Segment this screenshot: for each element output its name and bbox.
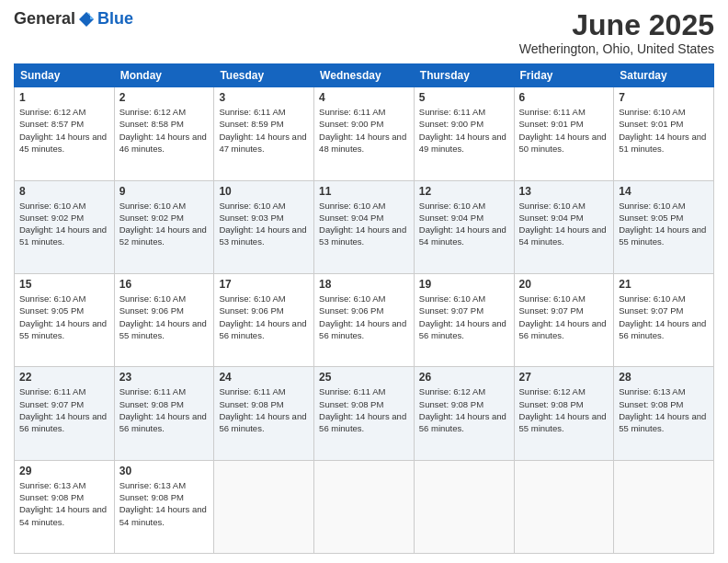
- calendar-table: SundayMondayTuesdayWednesdayThursdayFrid…: [14, 63, 714, 554]
- logo-icon: [77, 10, 96, 29]
- day-info: Sunrise: 6:13 AMSunset: 9:08 PMDaylight:…: [619, 385, 709, 434]
- calendar-day-cell: 20Sunrise: 6:10 AMSunset: 9:07 PMDayligh…: [514, 273, 614, 366]
- day-info: Sunrise: 6:10 AMSunset: 9:06 PMDaylight:…: [219, 293, 309, 341]
- day-info: Sunrise: 6:11 AMSunset: 9:00 PMDaylight:…: [419, 106, 509, 155]
- calendar-day-cell: 19Sunrise: 6:10 AMSunset: 9:07 PMDayligh…: [414, 273, 514, 366]
- day-number: 6: [519, 91, 609, 104]
- day-number: 23: [119, 371, 210, 384]
- day-number: 2: [119, 91, 210, 104]
- calendar-day-cell: 27Sunrise: 6:12 AMSunset: 9:08 PMDayligh…: [514, 367, 614, 460]
- calendar-day-cell: 9Sunrise: 6:10 AMSunset: 9:02 PMDaylight…: [114, 180, 214, 273]
- title-block: June 2025 Wetherington, Ohio, United Sta…: [519, 9, 714, 56]
- day-number: 14: [619, 185, 709, 198]
- day-info: Sunrise: 6:13 AMSunset: 9:08 PMDaylight:…: [119, 479, 210, 528]
- calendar-day-cell: 11Sunrise: 6:10 AMSunset: 9:04 PMDayligh…: [314, 180, 415, 273]
- day-info: Sunrise: 6:10 AMSunset: 9:02 PMDaylight:…: [19, 200, 109, 248]
- weekday-header-thursday: Thursday: [414, 64, 514, 87]
- day-info: Sunrise: 6:10 AMSunset: 9:02 PMDaylight:…: [119, 200, 210, 248]
- calendar-day-cell: 15Sunrise: 6:10 AMSunset: 9:05 PMDayligh…: [15, 273, 115, 366]
- calendar-day-cell: 4Sunrise: 6:11 AMSunset: 9:00 PMDaylight…: [314, 87, 415, 180]
- calendar-day-cell: 28Sunrise: 6:13 AMSunset: 9:08 PMDayligh…: [614, 367, 714, 460]
- day-info: Sunrise: 6:10 AMSunset: 9:07 PMDaylight:…: [519, 293, 609, 341]
- weekday-header-tuesday: Tuesday: [214, 64, 314, 87]
- calendar-day-cell: 10Sunrise: 6:10 AMSunset: 9:03 PMDayligh…: [214, 180, 314, 273]
- calendar-empty-cell: [314, 460, 415, 553]
- day-info: Sunrise: 6:11 AMSunset: 9:08 PMDaylight:…: [119, 385, 210, 434]
- calendar-week-row: 1Sunrise: 6:12 AMSunset: 8:57 PMDaylight…: [15, 87, 714, 180]
- calendar-empty-cell: [214, 460, 314, 553]
- day-info: Sunrise: 6:12 AMSunset: 8:58 PMDaylight:…: [119, 106, 210, 155]
- day-info: Sunrise: 6:12 AMSunset: 8:57 PMDaylight:…: [19, 106, 109, 155]
- calendar-day-cell: 24Sunrise: 6:11 AMSunset: 9:08 PMDayligh…: [214, 367, 314, 460]
- weekday-header-wednesday: Wednesday: [314, 64, 415, 87]
- day-info: Sunrise: 6:10 AMSunset: 9:05 PMDaylight:…: [19, 293, 109, 341]
- calendar-day-cell: 12Sunrise: 6:10 AMSunset: 9:04 PMDayligh…: [414, 180, 514, 273]
- day-info: Sunrise: 6:11 AMSunset: 9:01 PMDaylight:…: [519, 106, 609, 155]
- day-number: 1: [19, 91, 109, 104]
- day-info: Sunrise: 6:13 AMSunset: 9:08 PMDaylight:…: [19, 479, 109, 528]
- calendar-day-cell: 17Sunrise: 6:10 AMSunset: 9:06 PMDayligh…: [214, 273, 314, 366]
- day-number: 22: [19, 371, 109, 384]
- day-number: 10: [219, 185, 309, 198]
- weekday-header-saturday: Saturday: [614, 64, 714, 87]
- location-subtitle: Wetherington, Ohio, United States: [519, 41, 714, 56]
- calendar-day-cell: 5Sunrise: 6:11 AMSunset: 9:00 PMDaylight…: [414, 87, 514, 180]
- calendar-day-cell: 16Sunrise: 6:10 AMSunset: 9:06 PMDayligh…: [114, 273, 214, 366]
- day-number: 26: [419, 371, 509, 384]
- day-number: 18: [319, 278, 409, 291]
- logo-blue-text: Blue: [97, 9, 133, 29]
- day-number: 24: [219, 371, 309, 384]
- day-number: 19: [419, 278, 509, 291]
- calendar-day-cell: 21Sunrise: 6:10 AMSunset: 9:07 PMDayligh…: [614, 273, 714, 366]
- day-number: 16: [119, 278, 210, 291]
- day-number: 29: [19, 465, 109, 477]
- calendar-empty-cell: [414, 460, 514, 553]
- day-info: Sunrise: 6:10 AMSunset: 9:06 PMDaylight:…: [319, 293, 409, 341]
- month-title: June 2025: [519, 9, 714, 41]
- day-info: Sunrise: 6:11 AMSunset: 9:08 PMDaylight:…: [219, 385, 309, 434]
- day-number: 9: [119, 185, 210, 198]
- calendar-day-cell: 26Sunrise: 6:12 AMSunset: 9:08 PMDayligh…: [414, 367, 514, 460]
- day-number: 25: [319, 371, 409, 384]
- calendar-day-cell: 13Sunrise: 6:10 AMSunset: 9:04 PMDayligh…: [514, 180, 614, 273]
- calendar-day-cell: 2Sunrise: 6:12 AMSunset: 8:58 PMDaylight…: [114, 87, 214, 180]
- calendar-week-row: 22Sunrise: 6:11 AMSunset: 9:07 PMDayligh…: [15, 367, 714, 460]
- calendar-day-cell: 30Sunrise: 6:13 AMSunset: 9:08 PMDayligh…: [114, 460, 214, 553]
- day-number: 21: [619, 278, 709, 291]
- page: General Blue June 2025 Wetherington, Ohi…: [0, 0, 728, 563]
- day-info: Sunrise: 6:10 AMSunset: 9:03 PMDaylight:…: [219, 200, 309, 248]
- calendar-day-cell: 25Sunrise: 6:11 AMSunset: 9:08 PMDayligh…: [314, 367, 415, 460]
- calendar-day-cell: 18Sunrise: 6:10 AMSunset: 9:06 PMDayligh…: [314, 273, 415, 366]
- calendar-header-row: SundayMondayTuesdayWednesdayThursdayFrid…: [15, 64, 714, 87]
- day-number: 15: [19, 278, 109, 291]
- day-number: 3: [219, 91, 309, 104]
- day-number: 20: [519, 278, 609, 291]
- day-info: Sunrise: 6:10 AMSunset: 9:07 PMDaylight:…: [419, 293, 509, 341]
- day-info: Sunrise: 6:10 AMSunset: 9:04 PMDaylight:…: [319, 200, 409, 248]
- day-info: Sunrise: 6:12 AMSunset: 9:08 PMDaylight:…: [419, 385, 509, 434]
- calendar-empty-cell: [514, 460, 614, 553]
- calendar-day-cell: 1Sunrise: 6:12 AMSunset: 8:57 PMDaylight…: [15, 87, 115, 180]
- logo: General Blue: [14, 9, 133, 29]
- calendar-week-row: 15Sunrise: 6:10 AMSunset: 9:05 PMDayligh…: [15, 273, 714, 366]
- weekday-header-friday: Friday: [514, 64, 614, 87]
- calendar-day-cell: 14Sunrise: 6:10 AMSunset: 9:05 PMDayligh…: [614, 180, 714, 273]
- calendar-day-cell: 7Sunrise: 6:10 AMSunset: 9:01 PMDaylight…: [614, 87, 714, 180]
- day-info: Sunrise: 6:10 AMSunset: 9:06 PMDaylight:…: [119, 293, 210, 341]
- day-info: Sunrise: 6:11 AMSunset: 9:07 PMDaylight:…: [19, 385, 109, 434]
- calendar-day-cell: 22Sunrise: 6:11 AMSunset: 9:07 PMDayligh…: [15, 367, 115, 460]
- weekday-header-sunday: Sunday: [15, 64, 115, 87]
- day-number: 4: [319, 91, 409, 104]
- day-info: Sunrise: 6:11 AMSunset: 8:59 PMDaylight:…: [219, 106, 309, 155]
- day-number: 13: [519, 185, 609, 198]
- day-info: Sunrise: 6:10 AMSunset: 9:05 PMDaylight:…: [619, 200, 709, 248]
- day-info: Sunrise: 6:11 AMSunset: 9:08 PMDaylight:…: [319, 385, 409, 434]
- day-number: 12: [419, 185, 509, 198]
- day-info: Sunrise: 6:11 AMSunset: 9:00 PMDaylight:…: [319, 106, 409, 155]
- day-number: 8: [19, 185, 109, 198]
- weekday-header-monday: Monday: [114, 64, 214, 87]
- header: General Blue June 2025 Wetherington, Ohi…: [14, 9, 714, 56]
- logo-general-text: General: [14, 9, 75, 29]
- day-number: 11: [319, 185, 409, 198]
- calendar-day-cell: 23Sunrise: 6:11 AMSunset: 9:08 PMDayligh…: [114, 367, 214, 460]
